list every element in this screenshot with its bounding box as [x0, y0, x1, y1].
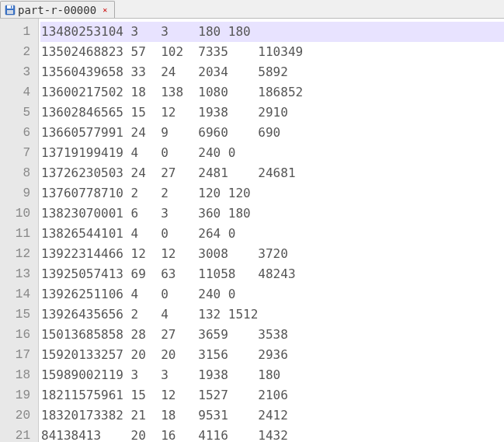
line-number: 4	[5, 82, 30, 103]
line-number: 13	[5, 264, 30, 284]
line-number: 11	[5, 224, 30, 244]
line-number: 20	[5, 405, 30, 426]
line-number: 10	[5, 204, 30, 224]
text-line: 15013685858 28 27 3659 3538	[40, 325, 504, 345]
tab-filename: part-r-00000	[18, 4, 96, 16]
line-number: 8	[5, 163, 30, 183]
line-number: 17	[5, 345, 30, 365]
text-line: 15989002119 3 3 1938 180	[40, 365, 504, 385]
text-line: 13926435656 2 4 132 1512	[40, 305, 504, 325]
svg-rect-1	[7, 5, 13, 9]
line-number: 3	[5, 62, 30, 82]
text-line: 13719199419 4 0 240 0	[40, 143, 504, 163]
text-line: 13560439658 33 24 2034 5892	[40, 62, 504, 82]
text-line: 84138413 20 16 4116 1432	[40, 426, 504, 442]
text-line: 13760778710 2 2 120 120	[40, 183, 504, 204]
text-line: 13600217502 18 138 1080 186852	[40, 82, 504, 103]
text-line: 13660577991 24 9 6960 690	[40, 123, 504, 143]
text-line: 13502468823 57 102 7335 110349	[40, 42, 504, 62]
line-number: 7	[5, 143, 30, 163]
text-line: 18211575961 15 12 1527 2106	[40, 385, 504, 405]
text-line: 13602846565 15 12 1938 2910	[40, 103, 504, 123]
line-number: 12	[5, 244, 30, 264]
editor: 123456789101112131415161718192021 134802…	[0, 19, 504, 442]
text-line: 13926251106 4 0 240 0	[40, 284, 504, 305]
text-line: 13480253104 3 3 180 180	[40, 22, 504, 42]
line-number: 6	[5, 123, 30, 143]
close-icon[interactable]: ✕	[100, 5, 109, 15]
text-line: 13922314466 12 12 3008 3720	[40, 244, 504, 264]
text-line: 18320173382 21 18 9531 2412	[40, 405, 504, 426]
line-number: 21	[5, 426, 30, 442]
line-number: 16	[5, 325, 30, 345]
line-number: 15	[5, 305, 30, 325]
line-number: 18	[5, 365, 30, 385]
svg-rect-2	[11, 5, 12, 8]
text-line: 13726230503 24 27 2481 24681	[40, 163, 504, 183]
file-tab[interactable]: part-r-00000 ✕	[0, 1, 115, 18]
line-number: 9	[5, 183, 30, 204]
line-number-gutter: 123456789101112131415161718192021	[0, 19, 39, 442]
line-number: 14	[5, 284, 30, 305]
svg-rect-3	[7, 10, 13, 14]
text-line: 15920133257 20 20 3156 2936	[40, 345, 504, 365]
tab-bar: part-r-00000 ✕	[0, 0, 504, 19]
line-number: 2	[5, 42, 30, 62]
text-line: 13925057413 69 63 11058 48243	[40, 264, 504, 284]
text-line: 13823070001 6 3 360 180	[40, 204, 504, 224]
text-line: 13826544101 4 0 264 0	[40, 224, 504, 244]
line-number: 19	[5, 385, 30, 405]
line-number: 5	[5, 103, 30, 123]
text-content[interactable]: 13480253104 3 3 180 18013502468823 57 10…	[39, 19, 504, 442]
save-icon	[4, 4, 16, 16]
line-number: 1	[5, 22, 30, 42]
